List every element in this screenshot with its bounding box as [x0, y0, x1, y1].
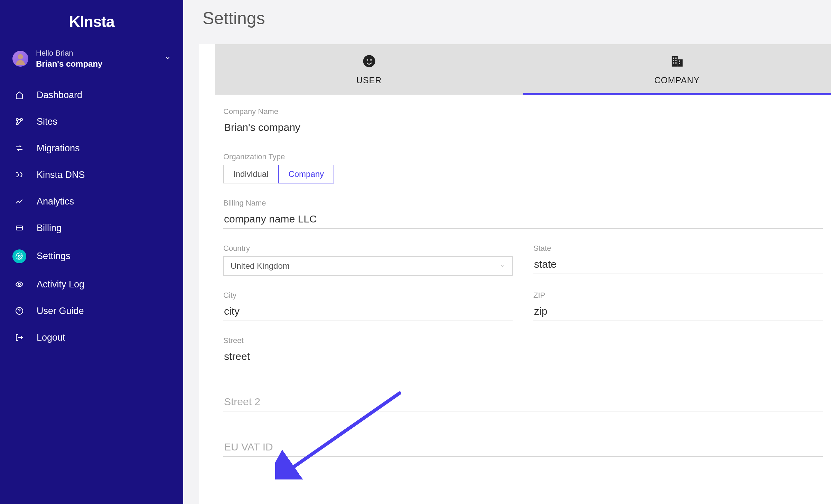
nav-label: Sites — [37, 116, 57, 127]
country-value: United Kingdom — [231, 261, 290, 271]
street2-input[interactable] — [223, 394, 823, 411]
street-label: Street — [223, 336, 823, 345]
state-input[interactable] — [533, 256, 823, 274]
sidebar-item-migrations[interactable]: Migrations — [8, 136, 175, 161]
svg-point-1 — [16, 118, 18, 121]
svg-rect-17 — [675, 57, 676, 59]
sidebar-item-guide[interactable]: User Guide — [8, 299, 175, 323]
svg-point-3 — [16, 123, 18, 125]
svg-rect-4 — [16, 226, 22, 230]
page-title: Settings — [183, 0, 831, 44]
eye-icon — [14, 280, 25, 288]
city-label: City — [223, 291, 513, 300]
tab-label: COMPANY — [654, 75, 700, 85]
svg-rect-19 — [675, 60, 676, 61]
nav-label: Analytics — [37, 196, 74, 207]
brand-logo: KInsta — [0, 7, 183, 44]
sidebar-item-sites[interactable]: Sites — [8, 110, 175, 134]
svg-rect-14 — [672, 56, 678, 67]
svg-point-12 — [366, 59, 368, 61]
zip-label: ZIP — [533, 291, 823, 300]
settings-panel: USER COMPANY Company Name Organization T… — [199, 44, 831, 504]
svg-rect-16 — [673, 57, 674, 59]
svg-point-2 — [20, 118, 22, 121]
svg-rect-22 — [679, 60, 680, 62]
company-name-label: Company Name — [223, 107, 823, 116]
svg-point-13 — [370, 59, 372, 61]
chevron-down-icon — [165, 55, 171, 63]
sidebar-item-billing[interactable]: Billing — [8, 216, 175, 240]
user-company: Brian's company — [36, 58, 157, 69]
nav-label: Migrations — [37, 143, 80, 154]
org-type-toggle: Individual Company — [223, 165, 823, 183]
nav-label: Kinsta DNS — [37, 170, 85, 180]
company-form: Company Name Organization Type Individua… — [199, 95, 831, 477]
user-face-icon — [362, 54, 376, 70]
svg-point-0 — [18, 54, 23, 59]
sidebar-item-analytics[interactable]: Analytics — [8, 189, 175, 214]
billing-icon — [14, 224, 25, 232]
tab-label: USER — [356, 75, 382, 85]
nav-label: Billing — [37, 223, 62, 234]
svg-rect-21 — [675, 62, 676, 64]
sidebar-item-dashboard[interactable]: Dashboard — [8, 83, 175, 107]
nav-label: Logout — [37, 332, 65, 343]
main: Settings USER COMPANY Company Name — [183, 0, 831, 504]
building-icon — [670, 54, 684, 70]
logout-icon — [14, 333, 25, 342]
nav-label: Settings — [37, 251, 71, 261]
chevron-down-icon — [500, 261, 505, 271]
company-switcher[interactable]: Hello Brian Brian's company — [0, 44, 183, 83]
sidebar-nav: Dashboard Sites Migrations Kinsta DNS An… — [0, 83, 183, 350]
tab-user[interactable]: USER — [215, 44, 523, 95]
sites-icon — [14, 117, 25, 126]
sidebar-item-settings[interactable]: Settings — [8, 243, 175, 270]
sidebar-item-activity[interactable]: Activity Log — [8, 272, 175, 297]
home-icon — [14, 91, 25, 99]
svg-rect-20 — [673, 62, 674, 64]
svg-point-11 — [363, 55, 375, 67]
billing-name-label: Billing Name — [223, 199, 823, 208]
dns-icon — [14, 171, 25, 179]
company-name-input[interactable] — [223, 120, 823, 137]
org-type-label: Organization Type — [223, 152, 823, 161]
migrations-icon — [14, 144, 25, 152]
avatar — [12, 51, 28, 67]
settings-tabs: USER COMPANY — [215, 44, 831, 95]
nav-label: Activity Log — [37, 279, 84, 290]
street-input[interactable] — [223, 349, 823, 366]
help-icon — [14, 307, 25, 315]
city-input[interactable] — [223, 303, 513, 321]
nav-label: Dashboard — [37, 90, 82, 101]
org-type-individual[interactable]: Individual — [223, 165, 278, 183]
svg-rect-23 — [679, 63, 680, 64]
svg-point-6 — [18, 255, 20, 257]
svg-rect-18 — [673, 60, 674, 61]
sidebar: KInsta Hello Brian Brian's company Dashb… — [0, 0, 183, 504]
analytics-icon — [14, 197, 25, 206]
svg-point-7 — [18, 283, 20, 285]
billing-name-input[interactable] — [223, 211, 823, 229]
zip-input[interactable] — [533, 303, 823, 321]
vat-input[interactable] — [223, 439, 823, 457]
tab-company[interactable]: COMPANY — [523, 44, 831, 95]
country-label: Country — [223, 244, 513, 253]
sidebar-item-dns[interactable]: Kinsta DNS — [8, 163, 175, 187]
nav-label: User Guide — [37, 306, 84, 316]
org-type-company[interactable]: Company — [278, 165, 334, 183]
state-label: State — [533, 244, 823, 253]
user-hello: Hello Brian — [36, 48, 157, 58]
sidebar-item-logout[interactable]: Logout — [8, 325, 175, 350]
gear-icon — [12, 249, 26, 263]
country-select[interactable]: United Kingdom — [223, 256, 513, 276]
